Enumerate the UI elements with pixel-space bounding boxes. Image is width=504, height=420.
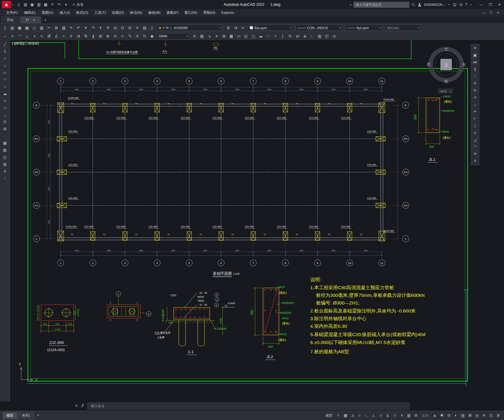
trim-icon[interactable]: ✂ (472, 108, 479, 115)
field-icon[interactable]: ƒ (279, 33, 286, 40)
new-icon[interactable]: ▯ (1, 25, 9, 31)
orbit-icon[interactable]: ◎ (331, 33, 338, 40)
lock-ui-icon[interactable]: ⊠ (467, 412, 473, 419)
layer-thaw-icon[interactable]: ☀ (162, 26, 165, 29)
menu-item-3[interactable]: 插入(I) (56, 9, 73, 16)
update-field-icon[interactable]: ↻ (286, 33, 294, 40)
center-mark-icon[interactable]: ⊕ (104, 33, 112, 40)
transparency-icon[interactable]: ▨ (405, 412, 412, 419)
undo-list-icon[interactable]: ▾ (82, 25, 89, 31)
search-expand-icon[interactable]: ▸ (350, 3, 351, 6)
rotate-icon[interactable]: ↻ (472, 87, 479, 94)
rectangle-icon[interactable]: ▭ (1, 70, 9, 76)
menu-item-11[interactable]: 帮助(H) (200, 9, 218, 16)
app-store-cart-icon[interactable] (453, 3, 457, 7)
new-layout-button[interactable]: + (35, 413, 41, 418)
menu-item-8[interactable]: 修改(M) (145, 9, 163, 16)
region-icon[interactable]: ◱ (1, 154, 9, 161)
dim-update-icon[interactable]: ↻ (141, 33, 148, 40)
mdi-restore-button[interactable]: ❐ (487, 11, 494, 14)
minimize-button[interactable]: — (476, 0, 486, 9)
wcs-dropdown[interactable]: WCS▾ (438, 89, 453, 93)
close-tab-icon[interactable]: ✕ (32, 18, 35, 22)
erase-icon[interactable]: ✕ (472, 45, 479, 51)
explode-icon[interactable]: ✳ (472, 151, 479, 157)
menu-item-0[interactable]: 文件(F) (3, 9, 21, 16)
snap-mode-icon[interactable]: ▦ (342, 412, 349, 419)
zoom-previous-icon[interactable]: ⊟ (126, 25, 134, 31)
insert-block-icon[interactable]: ⊡ (1, 119, 9, 125)
stretch-icon[interactable]: ↔ (472, 101, 479, 108)
mleader-align-icon[interactable]: ≡ (213, 33, 220, 40)
boundary-icon[interactable]: ▭ (235, 33, 242, 40)
qa-dropdown-icon[interactable]: ▾ (63, 2, 69, 7)
hatch-icon[interactable]: ▦ (228, 33, 235, 40)
paste-icon[interactable]: ▨ (60, 25, 67, 31)
account-caret-icon[interactable]: ▾ (448, 3, 449, 6)
new-file-icon[interactable]: ▯ (15, 2, 22, 7)
workspace-switching-icon[interactable]: ✱ (438, 412, 445, 419)
plot-icon[interactable]: ▦ (23, 25, 31, 31)
tool-palettes-icon[interactable]: ▯ (148, 25, 156, 31)
dim-jog-line-icon[interactable]: ∾ (119, 33, 126, 40)
tab-start[interactable]: 开始 (1, 16, 19, 23)
ortho-mode-icon[interactable]: ∟ (363, 412, 370, 419)
mdi-minimize-button[interactable]: — (480, 11, 487, 14)
lineweight-combo[interactable]: ——— ByLayer ▾ (345, 25, 383, 31)
data-link-icon[interactable]: ⇄ (294, 33, 301, 40)
redo-list-icon[interactable]: ▾ (97, 25, 104, 31)
copy-icon[interactable]: ⊞ (53, 25, 60, 31)
mleader-collect-icon[interactable]: ⊞ (220, 33, 228, 40)
polyline-icon[interactable]: ⌐ (1, 55, 9, 62)
annotation-monitor-icon[interactable]: ⊘ (445, 412, 452, 419)
dim-style-icon[interactable]: ◆ (148, 33, 156, 40)
help-icon[interactable]: ? (465, 2, 467, 7)
customization-icon[interactable]: ≣ (495, 412, 502, 419)
save-icon[interactable]: ▣ (16, 25, 23, 31)
isometric-drafting-icon[interactable]: ◇ (377, 412, 384, 419)
gradient-icon[interactable]: ▨ (1, 147, 9, 153)
annotation-scale-button[interactable]: 1:1 ▾ (419, 412, 431, 419)
app-menu-caret-icon[interactable]: ▾ (12, 3, 13, 6)
app-logo[interactable]: A (2, 1, 11, 8)
chamfer-icon[interactable]: ◿ (472, 137, 479, 143)
graphics-performance-icon[interactable]: ≋ (481, 412, 487, 419)
grid-display-icon[interactable]: # (335, 412, 342, 419)
menu-item-7[interactable]: 标注(N) (127, 9, 145, 16)
revision-cloud-icon[interactable]: ☁ (257, 33, 264, 40)
menu-item-4[interactable]: 格式(O) (73, 9, 91, 16)
copy-icon[interactable]: ▣ (472, 52, 479, 59)
close-button[interactable]: ✕ (495, 0, 504, 9)
quick-properties-icon[interactable]: ▤ (460, 412, 466, 419)
fillet-icon[interactable]: ◠ (472, 144, 479, 150)
dim-ordinate-icon[interactable]: ⊥ (23, 33, 31, 40)
break-icon[interactable]: ¦ (472, 123, 479, 129)
view-compass[interactable]: 上北南西东 (427, 47, 466, 83)
dim-arc-length-icon[interactable]: ◠ (16, 33, 23, 40)
menu-item-12[interactable]: Express (218, 9, 237, 16)
layer-properties-icon[interactable]: ≣ (225, 25, 232, 31)
dim-break-icon[interactable]: ∦ (89, 33, 97, 40)
menu-item-10[interactable]: 窗口(W) (181, 9, 200, 16)
notifications-icon[interactable] (459, 3, 463, 7)
menu-item-9[interactable]: 参数(P) (164, 9, 181, 16)
save-as-icon[interactable]: ▥ (36, 2, 42, 7)
ellipse-icon[interactable]: ⬭ (1, 105, 9, 111)
tolerance-icon[interactable]: ⊞ (97, 33, 104, 40)
mtext-icon[interactable]: A (191, 33, 198, 40)
region-icon[interactable]: ◱ (242, 33, 250, 40)
tab-drawing-1[interactable]: 1* ✕ (20, 16, 41, 23)
table-icon[interactable]: ▤ (1, 161, 9, 168)
command-input[interactable]: 键入命令 (87, 403, 410, 410)
customize-command-icon[interactable] (81, 404, 85, 408)
search-icon[interactable] (411, 3, 415, 7)
publish-icon[interactable]: ▧ (38, 25, 45, 31)
dim-angular-icon[interactable]: ∠ (53, 33, 60, 40)
lineweight-icon[interactable]: ≡ (398, 412, 405, 419)
wipeout-icon[interactable]: ▢ (250, 33, 257, 40)
point-icon[interactable]: ∙ (1, 133, 9, 139)
dim-diameter-icon[interactable]: Ø (45, 33, 53, 40)
table-icon[interactable]: ▤ (198, 33, 206, 40)
plotstyle-combo[interactable]: ByColor ▾ (385, 25, 421, 31)
dim-text-edit-icon[interactable]: A (134, 33, 141, 40)
